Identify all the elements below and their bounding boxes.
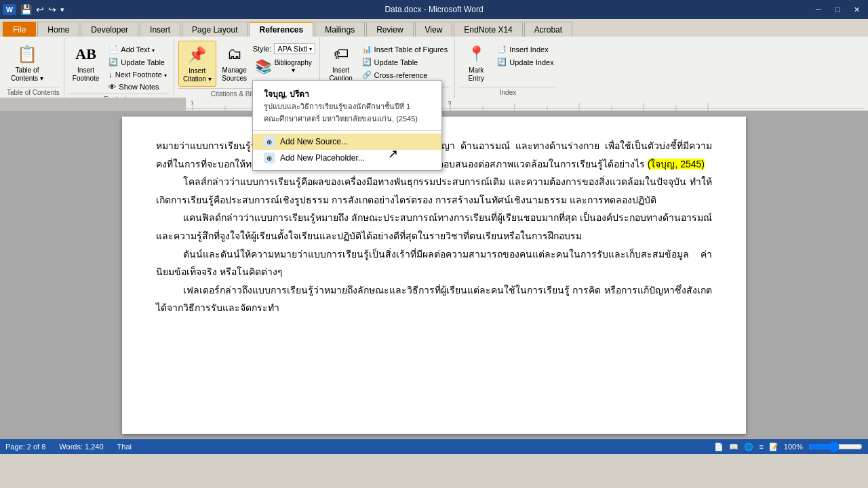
add-new-placeholder-item[interactable]: ⊕ Add New Placeholder...: [253, 150, 441, 166]
bibliography-label: Bibliography▾: [275, 59, 312, 74]
toc-group-label: Table of Contents: [7, 87, 60, 96]
insert-caption-button[interactable]: 🏷 InsertCaption: [324, 41, 358, 85]
insert-citation-button[interactable]: 📌 InsertCitation ▾: [178, 41, 216, 87]
insert-index-icon: 📑: [497, 45, 507, 54]
bibliography-button[interactable]: 📚 Bibliography▾: [253, 57, 315, 76]
svg-text:1: 1: [191, 100, 194, 106]
insert-table-figures-button[interactable]: 📊 Insert Table of Figures: [359, 43, 451, 55]
next-footnote-label: Next Footnote ▾: [115, 70, 167, 79]
style-dropdown[interactable]: APA Sixtl ▾: [274, 43, 315, 54]
caption-icon: 🏷: [330, 43, 352, 65]
quick-access-toolbar: W 💾 ↩ ↪ ▾: [0, 4, 64, 15]
add-new-source-item[interactable]: ⊕ Add New Source...: [253, 134, 441, 150]
toc-buttons: 📋 Table ofContents ▾: [7, 39, 60, 87]
add-new-placeholder-label: Add New Placeholder...: [280, 153, 365, 163]
update-table-figures-button[interactable]: 🔄 Update Table: [359, 56, 451, 68]
tab-insert[interactable]: Insert: [140, 22, 180, 37]
caption-small-buttons: 📊 Insert Table of Figures 🔄 Update Table…: [359, 41, 451, 81]
word-count: Words: 1,240: [59, 443, 103, 451]
tab-view[interactable]: View: [415, 22, 453, 37]
view-outline[interactable]: ≡: [759, 443, 763, 451]
citation-icon: 📌: [186, 44, 208, 66]
view-web[interactable]: 🌐: [744, 443, 753, 451]
toc-icon: 📋: [16, 43, 38, 65]
update-table-icon: 🔄: [108, 58, 118, 66]
insert-citation-label: InsertCitation ▾: [183, 67, 212, 83]
insert-footnote-label: InsertFootnote: [73, 66, 99, 83]
title-bar: W 💾 ↩ ↪ ▾ Data.docx - Microsoft Word ─ □…: [0, 0, 868, 19]
table-of-contents-button[interactable]: 📋 Table ofContents ▾: [7, 41, 47, 85]
update-table-button[interactable]: 🔄 Update Table: [106, 56, 170, 68]
style-label: Style:: [253, 45, 272, 53]
tab-developer[interactable]: Developer: [81, 22, 138, 37]
word-logo: W: [3, 4, 16, 15]
source-subtitle-2: คณะศึกษาศาสตร์ มหาวิทยาลัยขอนแก่น, (2545…: [264, 113, 431, 125]
bibliography-icon: 📚: [256, 58, 272, 75]
tab-acrobat[interactable]: Acrobat: [524, 22, 572, 37]
restore-button[interactable]: □: [829, 3, 846, 16]
view-draft[interactable]: 📝: [769, 443, 778, 451]
customize-qat[interactable]: ▾: [60, 5, 64, 14]
source-item-1[interactable]: ใจบุญ, ปรีดา รูปแบบและวิธีการเรียนรู้ของ…: [253, 85, 441, 127]
style-value: APA Sixtl: [277, 45, 307, 53]
manage-sources-icon: 🗂: [224, 43, 245, 65]
add-source-icon: ⊕: [264, 136, 275, 147]
update-index-button[interactable]: 🔄 Update Index: [494, 56, 556, 68]
ribbon-group-index: 📍 MarkEntry 📑 Insert Index 🔄 Update Inde…: [455, 38, 560, 98]
mark-entry-button[interactable]: 📍 MarkEntry: [459, 41, 493, 85]
zoom-slider[interactable]: [808, 441, 863, 452]
citation-dropdown: ใจบุญ, ปรีดา รูปแบบและวิธีการเรียนรู้ของ…: [252, 80, 442, 171]
manage-sources-button[interactable]: 🗂 ManageSources: [218, 41, 252, 85]
index-group-label: Index: [459, 87, 556, 96]
paragraph-4: ดันน์และดันน์ให้ความหมายว่าแบบการเรียนรู…: [156, 245, 712, 281]
footnotes-buttons: AB InsertFootnote 📄 Add Text ▾ 🔄 Update …: [68, 39, 170, 94]
manage-sources-label: ManageSources: [222, 66, 247, 83]
close-button[interactable]: ✕: [848, 3, 865, 16]
view-normal[interactable]: 📄: [714, 443, 724, 451]
update-table-figures-label: Update Table: [374, 58, 418, 66]
source-title: ใจบุญ, ปรีดา: [264, 87, 431, 100]
tab-file[interactable]: File: [3, 22, 36, 37]
tab-review[interactable]: Review: [366, 22, 413, 37]
insert-footnote-button[interactable]: AB InsertFootnote: [68, 41, 103, 92]
next-footnote-icon: ↓: [108, 70, 113, 79]
footnote-small-buttons: 📄 Add Text ▾ 🔄 Update Table ↓ Next Footn…: [106, 41, 170, 92]
show-notes-icon: 👁: [108, 83, 116, 91]
page-indicator: Page: 2 of 8: [5, 443, 45, 451]
add-source-section: ⊕ Add New Source... ⊕ Add New Placeholde…: [253, 131, 441, 169]
next-footnote-button[interactable]: ↓ Next Footnote ▾: [106, 69, 170, 80]
tab-endnotex14[interactable]: EndNote X14: [454, 22, 522, 37]
paragraph-3: แคนฟิลด์กล่าวว่าแบบการเรียนรู้หมายถึง ลั…: [156, 209, 712, 245]
window-controls: ─ □ ✕: [810, 3, 868, 16]
insert-index-button[interactable]: 📑 Insert Index: [494, 43, 556, 55]
table-figures-icon: 📊: [362, 45, 372, 54]
index-small-buttons: 📑 Insert Index 🔄 Update Index: [494, 41, 556, 68]
cross-reference-button[interactable]: 🔗 Cross-reference: [359, 69, 451, 81]
add-text-label: Add Text ▾: [121, 45, 155, 54]
add-placeholder-icon: ⊕: [264, 152, 275, 163]
view-reading[interactable]: 📖: [729, 443, 738, 451]
show-notes-label: Show Notes: [119, 83, 159, 91]
save-button[interactable]: 💾: [20, 4, 32, 15]
citation-highlight: (ใจบุญ, 2545): [648, 159, 705, 169]
undo-button[interactable]: ↩: [36, 4, 44, 15]
style-row: Style: APA Sixtl ▾: [253, 43, 315, 54]
tab-pagelayout[interactable]: Page Layout: [182, 22, 248, 37]
update-index-label: Update Index: [509, 58, 553, 66]
add-new-source-label: Add New Source...: [280, 137, 348, 146]
ribbon-group-footnotes: AB InsertFootnote 📄 Add Text ▾ 🔄 Update …: [64, 38, 174, 98]
tab-references[interactable]: References: [249, 22, 313, 37]
tab-mailings[interactable]: Mailings: [315, 22, 365, 37]
minimize-button[interactable]: ─: [810, 3, 827, 16]
redo-button[interactable]: ↪: [48, 4, 56, 15]
insert-table-figures-label: Insert Table of Figures: [374, 45, 448, 54]
cross-reference-icon: 🔗: [362, 70, 372, 79]
tab-home[interactable]: Home: [37, 22, 79, 37]
add-text-button[interactable]: 📄 Add Text ▾: [106, 43, 170, 55]
document-title: Data.docx - Microsoft Word: [384, 5, 483, 14]
source-subtitle-1: รูปแบบและวิธีการเรียนรู้ของนักศึกษาชั้นป…: [264, 100, 431, 113]
footnote-icon: AB: [75, 43, 97, 65]
update-table-label: Update Table: [121, 58, 165, 66]
show-notes-button[interactable]: 👁 Show Notes: [106, 81, 170, 92]
mark-entry-label: MarkEntry: [469, 66, 484, 83]
